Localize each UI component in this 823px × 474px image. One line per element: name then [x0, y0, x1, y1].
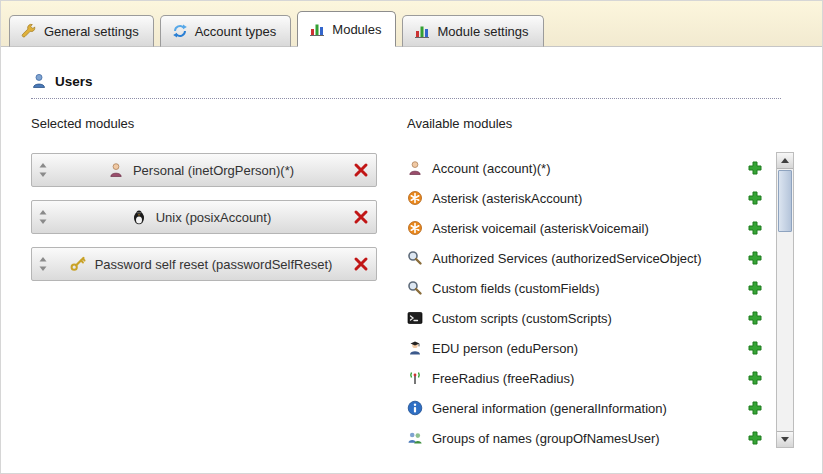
user-icon — [31, 73, 47, 89]
selected-module-label: Password self reset (passwordSelfReset) — [95, 257, 333, 272]
available-module-row-general-information: General information (generalInformation) — [407, 393, 762, 423]
drag-handle-icon[interactable] — [37, 163, 49, 177]
add-module-button[interactable] — [748, 311, 762, 325]
selected-module-row-personal: Personal (inetOrgPerson)(*) — [31, 153, 377, 187]
available-modules-list: Account (account)(*) Asterisk (asteriskA… — [407, 153, 802, 453]
arrow-down-icon — [781, 437, 789, 442]
add-module-button[interactable] — [748, 401, 762, 415]
selected-module-label: Unix (posixAccount) — [156, 210, 272, 225]
chart-icon — [414, 23, 430, 39]
tab-account-types[interactable]: Account types — [160, 15, 292, 47]
group-icon — [407, 430, 423, 446]
lam-configuration-window: General settings Account types — [0, 0, 823, 474]
add-module-button[interactable] — [748, 341, 762, 355]
modules-panel: Users Selected modules Personal (inetOrg… — [1, 47, 822, 453]
terminal-icon — [407, 310, 423, 326]
penguin-icon — [131, 209, 147, 225]
available-module-label: Custom scripts (customScripts) — [432, 311, 612, 326]
add-module-button[interactable] — [748, 221, 762, 235]
info-icon — [407, 400, 423, 416]
selected-modules-heading: Selected modules — [31, 116, 407, 131]
available-module-row-freeradius: FreeRadius (freeRadius) — [407, 363, 762, 393]
drag-handle-icon[interactable] — [37, 257, 49, 271]
tab-label: Module settings — [437, 24, 528, 39]
available-module-label: Account (account)(*) — [432, 161, 551, 176]
selected-module-row-password-self-reset: Password self reset (passwordSelfReset) — [31, 247, 377, 281]
scroll-down-button[interactable] — [777, 431, 793, 447]
add-module-button[interactable] — [748, 191, 762, 205]
drag-handle-icon[interactable] — [37, 210, 49, 224]
tools-icon — [21, 23, 37, 39]
add-module-button[interactable] — [748, 371, 762, 385]
asterisk-icon — [407, 220, 423, 236]
add-module-button[interactable] — [748, 431, 762, 445]
available-module-label: General information (generalInformation) — [432, 401, 667, 416]
tab-modules[interactable]: Modules — [297, 11, 396, 47]
available-module-row-authorized-services: Authorized Services (authorizedServiceOb… — [407, 243, 762, 273]
available-module-label: EDU person (eduPerson) — [432, 341, 578, 356]
selected-module-row-unix: Unix (posixAccount) — [31, 200, 377, 234]
available-module-label: Authorized Services (authorizedServiceOb… — [432, 251, 702, 266]
scroll-up-button[interactable] — [777, 153, 793, 169]
tab-bar: General settings Account types — [1, 1, 822, 47]
person-icon — [407, 160, 423, 176]
person-icon — [108, 162, 124, 178]
available-module-row-asterisk: Asterisk (asteriskAccount) — [407, 183, 762, 213]
available-module-row-asterisk-voicemail: Asterisk voicemail (asteriskVoicemail) — [407, 213, 762, 243]
available-module-label: FreeRadius (freeRadius) — [432, 371, 574, 386]
available-module-label: Asterisk voicemail (asteriskVoicemail) — [432, 221, 649, 236]
selected-module-label: Personal (inetOrgPerson)(*) — [133, 163, 294, 178]
add-module-button[interactable] — [748, 161, 762, 175]
tab-general-settings[interactable]: General settings — [9, 15, 154, 47]
key-icon — [70, 256, 86, 272]
remove-module-button[interactable] — [353, 256, 369, 272]
available-module-row-custom-fields: Custom fields (customFields) — [407, 273, 762, 303]
magnifier-icon — [407, 250, 423, 266]
tab-label: General settings — [44, 24, 139, 39]
asterisk-icon — [407, 190, 423, 206]
add-module-button[interactable] — [748, 281, 762, 295]
tab-label: Modules — [332, 22, 381, 37]
add-module-button[interactable] — [748, 251, 762, 265]
sync-icon — [172, 23, 188, 39]
remove-module-button[interactable] — [353, 162, 369, 178]
chart-icon — [309, 21, 325, 37]
available-module-label: Asterisk (asteriskAccount) — [432, 191, 582, 206]
users-section-heading: Users — [31, 73, 781, 99]
edu-person-icon — [407, 340, 423, 356]
tab-label: Account types — [195, 24, 277, 39]
available-module-label: Groups of names (groupOfNamesUser) — [432, 431, 660, 446]
tab-module-settings[interactable]: Module settings — [402, 15, 543, 47]
scrollbar-thumb[interactable] — [778, 170, 792, 232]
available-module-row-groups-of-names: Groups of names (groupOfNamesUser) — [407, 423, 762, 453]
available-module-label: Custom fields (customFields) — [432, 281, 600, 296]
arrow-up-icon — [781, 158, 789, 163]
antenna-icon — [407, 370, 423, 386]
available-module-row-custom-scripts: Custom scripts (customScripts) — [407, 303, 762, 333]
remove-module-button[interactable] — [353, 209, 369, 225]
available-module-row-edu-person: EDU person (eduPerson) — [407, 333, 762, 363]
vertical-scrollbar[interactable] — [776, 152, 794, 448]
available-modules-heading: Available modules — [407, 116, 802, 131]
page-title: Users — [55, 74, 93, 89]
magnifier-icon — [407, 280, 423, 296]
available-module-row-account: Account (account)(*) — [407, 153, 762, 183]
